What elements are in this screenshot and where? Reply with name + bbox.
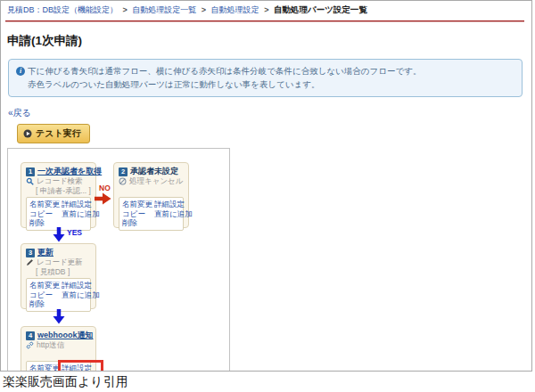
breadcrumb-separator: > (202, 5, 206, 14)
breadcrumb-separator: > (264, 5, 268, 14)
flow-box-1-param: [ 申請者-承認... ] (36, 186, 91, 195)
flow-box-4-type-label: http送信 (37, 340, 64, 351)
rename-link[interactable]: 名前変更 (29, 281, 62, 290)
step-4-badge: 4 (26, 331, 35, 340)
delete-link[interactable]: 削除 (122, 218, 154, 228)
flow-box-2-approver-unset: 2 承認者未設定 処理キャンセル 名前変更 詳細設定 コピー 直前に追加 削除 (113, 162, 189, 228)
yes-branch-label: YES (67, 228, 82, 237)
copy-link[interactable]: コピー (122, 209, 154, 219)
info-icon: i (16, 67, 25, 76)
detail-settings-link-highlighted[interactable]: 詳細設定 (62, 363, 100, 372)
delete-link[interactable]: 削除 (29, 299, 62, 309)
run-icon (23, 129, 32, 138)
red-divider (5, 20, 524, 22)
cancel-icon (119, 177, 127, 185)
down-arrow-icon (53, 309, 65, 324)
back-link[interactable]: «戻る (8, 108, 31, 118)
flow-box-3-type-label: レコード更新 (37, 257, 83, 268)
pencil-icon (26, 258, 34, 266)
yes-arrow-icon (53, 227, 65, 242)
flow-box-1-type-label: レコード検索 (37, 176, 83, 187)
insert-before-link[interactable]: 直前に追加 (62, 290, 100, 300)
delete-link[interactable]: 削除 (29, 218, 62, 228)
test-run-label: テスト実行 (36, 127, 81, 140)
source-caption: 楽楽販売画面より引用 (3, 374, 128, 390)
flow-box-4-actions: 名前変更 詳細設定 コピー 直前に追加 削除 (26, 361, 91, 372)
copy-link[interactable]: コピー (29, 209, 62, 219)
detail-settings-link[interactable]: 詳細設定 (154, 200, 193, 209)
info-text-line2: 赤色ラベルのついた自動処理パーツは正常に動作しない事を表しています。 (16, 78, 514, 91)
breadcrumb-link-autoprocess-list[interactable]: 自動処理設定一覧 (132, 5, 196, 14)
flow-box-2-actions: 名前変更 詳細設定 コピー 直前に追加 削除 (119, 197, 184, 231)
detail-settings-link[interactable]: 詳細設定 (62, 281, 100, 290)
page-title: 申請(1次申請) (7, 33, 524, 49)
link-icon (26, 341, 34, 349)
info-text-line1: 下に伸びる青矢印は通常フロー、横に伸びる赤矢印は条件分岐で条件に合致しない場合の… (28, 64, 421, 78)
no-arrow-icon (95, 192, 111, 205)
no-branch-label: NO (99, 184, 111, 192)
breadcrumb-current-page: 自動処理パーツ設定一覧 (274, 4, 367, 14)
insert-before-link[interactable]: 直前に追加 (62, 209, 100, 219)
breadcrumb: 見積DB：DB設定（機能設定） > 自動処理設定一覧 > 自動処理設定 > 自動… (1, 1, 531, 18)
breadcrumb-separator: > (123, 5, 128, 14)
flow-box-4-param (36, 350, 91, 359)
breadcrumb-link-autoprocess[interactable]: 自動処理設定 (211, 5, 259, 14)
step-3-badge: 3 (26, 249, 35, 257)
flow-box-3-param: [ 見積DB ] (36, 267, 91, 276)
test-run-button[interactable]: テスト実行 (17, 124, 90, 143)
rename-link[interactable]: 名前変更 (29, 200, 62, 209)
flow-box-2-param (128, 186, 184, 195)
info-box: i 下に伸びる青矢印は通常フロー、横に伸びる赤矢印は条件分岐で条件に合致しない場… (8, 59, 523, 97)
flow-box-3-update: 3 更新 レコード更新 [ 見積DB ] 名前変更 詳細設定 コピー 直前に追加… (21, 243, 96, 309)
copy-link[interactable]: コピー (29, 290, 62, 300)
step-1-badge: 1 (26, 167, 35, 176)
insert-before-link[interactable]: 直前に追加 (154, 209, 193, 219)
rename-link[interactable]: 名前変更 (122, 200, 154, 209)
search-icon (26, 177, 34, 185)
flow-box-1-get-approver: 1 一次承認者を取得 レコード検索 [ 申請者-承認... ] 名前変更 詳細設… (21, 162, 96, 228)
rename-link[interactable]: 名前変更 (29, 363, 62, 372)
breadcrumb-link-db-settings[interactable]: 見積DB：DB設定（機能設定） (7, 5, 118, 14)
flow-box-3-actions: 名前変更 詳細設定 コピー 直前に追加 削除 (26, 278, 91, 312)
flowchart-panel: 1 一次承認者を取得 レコード検索 [ 申請者-承認... ] 名前変更 詳細設… (7, 148, 230, 372)
step-2-badge: 2 (119, 167, 128, 176)
flow-box-2-type-label: 処理キャンセル (129, 176, 184, 187)
flow-box-1-actions: 名前変更 詳細設定 コピー 直前に追加 削除 (26, 197, 91, 231)
flow-box-4-webhook: 4 webhoook通知 http送信 名前変更 詳細設定 コピー 直前に追加 … (21, 326, 96, 372)
screenshot-frame: 見積DB：DB設定（機能設定） > 自動処理設定一覧 > 自動処理設定 > 自動… (0, 0, 532, 372)
